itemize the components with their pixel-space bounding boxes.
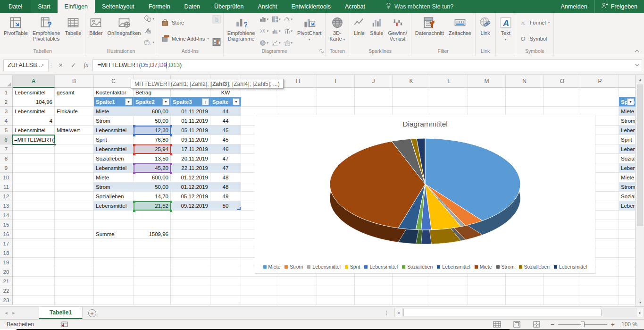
row-header-21[interactable]: 21 (0, 277, 13, 286)
cell-D14[interactable] (134, 211, 171, 220)
row-header-5[interactable]: 5 (0, 126, 13, 135)
legend-item-5[interactable]: Sozialleben (402, 264, 433, 270)
cell-B8[interactable] (55, 154, 94, 163)
share-button[interactable]: Freigeben (594, 0, 644, 13)
table-cell-F6[interactable]: 45 (210, 135, 241, 144)
cell-D21[interactable] (134, 277, 171, 286)
tab-datei[interactable]: Datei (0, 0, 31, 13)
table-cell-F10[interactable]: 48 (210, 173, 241, 182)
row-header-9[interactable]: 9 (0, 163, 13, 173)
cell-D22[interactable] (134, 286, 171, 296)
table-cell-5[interactable]: Lebensmittel (619, 126, 636, 135)
cell-A23[interactable] (13, 296, 55, 305)
scrollbar-splitter[interactable] (386, 311, 387, 316)
table-cell-E10[interactable]: 01.12.2019 (171, 173, 210, 182)
cell-B19[interactable] (55, 258, 94, 267)
cell-F19[interactable] (210, 258, 241, 267)
reference-handle[interactable] (133, 163, 135, 165)
cell-O1[interactable] (544, 88, 581, 97)
cell-I23[interactable] (317, 296, 355, 305)
zoom-slider[interactable] (558, 321, 607, 328)
tab-seitenlayout[interactable]: Seitenlayout (95, 0, 142, 13)
sheet-tab-tabelle1[interactable]: Tabelle1 (39, 307, 83, 319)
cell-O22[interactable] (544, 286, 581, 296)
table-cell-F5[interactable]: 45 (210, 126, 241, 135)
chart-title[interactable]: Diagrammtitel (255, 120, 595, 128)
table-cell-F7[interactable]: 46 (210, 144, 241, 154)
cell-D1[interactable]: Betrag (134, 88, 171, 97)
table-cell-12[interactable]: Sozialleben (619, 192, 636, 201)
cell-K23[interactable] (393, 296, 430, 305)
table-cell-7[interactable]: Lebensmittel (619, 144, 636, 154)
table-cell-F8[interactable]: 47 (210, 154, 241, 163)
cell-E21[interactable] (171, 277, 210, 286)
cell-L23[interactable] (430, 296, 468, 305)
tab-acrobat[interactable]: Acrobat (338, 0, 372, 13)
ribbon-button-3d-karte[interactable]: 3D-Karte ▾ (327, 14, 347, 48)
cell-G22[interactable] (241, 286, 279, 296)
cell-D15[interactable] (134, 220, 171, 229)
table-cell-6[interactable]: Sprit (619, 135, 636, 144)
row-header-10[interactable]: 10 (0, 173, 13, 182)
table-cell-E5[interactable]: 05.11.2019 (171, 126, 210, 135)
cell-H21[interactable] (279, 277, 317, 286)
ribbon-button-gewinn-verlust[interactable]: Gewinn/Verlust (385, 14, 409, 48)
cell-F18[interactable] (210, 248, 241, 258)
table-cell-C7[interactable]: Lebensmittel (94, 144, 134, 154)
cell-E17[interactable] (171, 239, 210, 248)
cell-I2[interactable] (317, 97, 355, 107)
expand-formula-bar-icon[interactable] (633, 59, 642, 71)
table-cell-10[interactable]: Miete (619, 173, 636, 182)
cell-J1[interactable] (355, 88, 393, 97)
cell-F17[interactable] (210, 239, 241, 248)
cell-x14[interactable] (619, 211, 636, 220)
column-header-c[interactable]: C (94, 75, 134, 88)
cell-O23[interactable] (544, 296, 581, 305)
horizontal-scrollbar[interactable]: ◄ ► (394, 308, 644, 317)
view-normal-icon[interactable] (487, 321, 507, 328)
table-cell-4[interactable]: Strom (619, 116, 636, 126)
table-cell-F3[interactable]: 44 (210, 107, 241, 116)
legend-item-9[interactable]: Sozialleben (519, 264, 550, 270)
ribbon-button-text[interactable]: AText▾ (497, 14, 514, 48)
table-cell-C3[interactable]: Miete (94, 107, 134, 116)
reference-handle[interactable] (170, 153, 172, 155)
reference-handle[interactable] (170, 172, 172, 174)
row-header-16[interactable]: 16 (0, 229, 13, 239)
reference-handle[interactable] (133, 144, 135, 146)
ribbon-button-linie[interactable]: Linie (351, 14, 368, 48)
ribbon-button-scatter-x-chart-icon[interactable]: ▾ (259, 27, 269, 35)
cell-A20[interactable] (13, 267, 55, 277)
row-header-12[interactable]: 12 (0, 192, 13, 201)
cell-x19[interactable] (619, 258, 636, 267)
cell-H22[interactable] (279, 286, 317, 296)
reference-handle[interactable] (170, 163, 172, 165)
cell-x22[interactable] (619, 286, 636, 296)
row-header-3[interactable]: 3 (0, 107, 13, 116)
reference-handle[interactable] (133, 134, 135, 136)
cell-F15[interactable] (210, 220, 241, 229)
cell-D19[interactable] (134, 258, 171, 267)
cell-D20[interactable] (134, 267, 171, 277)
cell-C23[interactable] (94, 296, 134, 305)
table-cell-C5[interactable]: Lebensmittel (94, 126, 134, 135)
cell-B18[interactable] (55, 248, 94, 258)
ribbon-button-combo-chart-icon[interactable]: ▾ (283, 27, 294, 35)
ribbon-button-saeule[interactable]: Säule (368, 14, 385, 48)
column-header-m[interactable]: M (468, 75, 506, 88)
cell-C22[interactable] (94, 286, 134, 296)
cell-E16[interactable] (171, 229, 210, 239)
enter-formula-button[interactable]: ✓ (67, 59, 80, 71)
cell-A18[interactable] (13, 248, 55, 258)
row-header-13[interactable]: 13 (0, 201, 13, 211)
cell-x1[interactable] (619, 88, 636, 97)
reference-handle[interactable] (133, 153, 135, 155)
cell-D17[interactable] (134, 239, 171, 248)
cell-x16[interactable] (619, 229, 636, 239)
cell-L1[interactable] (430, 88, 468, 97)
tab-einfuegen[interactable]: Einfügen (58, 0, 95, 13)
cell-M22[interactable] (468, 286, 506, 296)
cell-A9[interactable] (13, 163, 55, 173)
row-header-22[interactable]: 22 (0, 286, 13, 296)
ribbon-button-smartart-icon[interactable] (144, 27, 154, 34)
